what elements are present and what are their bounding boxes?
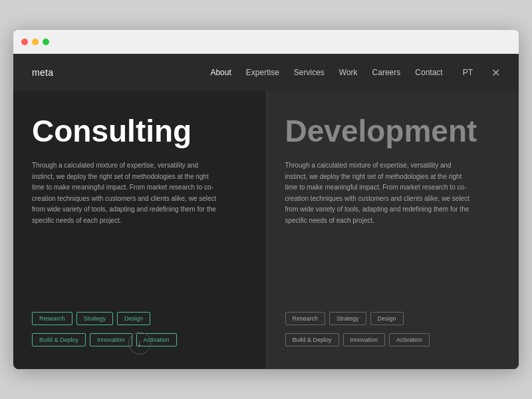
dev-tag-design[interactable]: Design xyxy=(370,312,404,325)
development-tags-row2: Build & Deploy Innovation Activation xyxy=(285,333,430,346)
nav-link-careers[interactable]: Careers xyxy=(372,68,401,77)
development-tags: Research Strategy Design Build & Deploy … xyxy=(285,312,501,350)
scroll-down-icon: ↓ xyxy=(137,338,142,348)
tag-innovation[interactable]: Innovation xyxy=(90,333,132,346)
browser-close-dot[interactable] xyxy=(21,39,28,45)
consulting-panel: Consulting Through a calculated mixture … xyxy=(13,91,267,369)
dev-tag-strategy[interactable]: Strategy xyxy=(329,312,366,325)
nav-links: About Expertise Services Work Careers Co… xyxy=(210,66,500,79)
tag-strategy[interactable]: Strategy xyxy=(76,312,114,325)
development-description: Through a calculated mixture of expertis… xyxy=(285,160,471,226)
development-panel: Development Through a calculated mixture… xyxy=(267,91,519,369)
development-tags-row1: Research Strategy Design xyxy=(285,312,404,325)
nav-link-work[interactable]: Work xyxy=(339,68,358,77)
page-content: meta About Expertise Services Work Caree… xyxy=(13,54,519,369)
main-panels: Consulting Through a calculated mixture … xyxy=(13,91,519,369)
dev-tag-activation[interactable]: Activation xyxy=(389,333,430,346)
nav: meta About Expertise Services Work Caree… xyxy=(13,54,519,91)
browser-expand-dot[interactable] xyxy=(43,39,49,45)
browser-minimize-dot[interactable] xyxy=(32,39,39,45)
development-title: Development xyxy=(285,115,501,147)
nav-link-contact[interactable]: Contact xyxy=(415,68,442,77)
nav-link-services[interactable]: Services xyxy=(294,68,325,77)
tag-design[interactable]: Design xyxy=(117,312,150,325)
dev-tag-innovation[interactable]: Innovation xyxy=(343,333,386,346)
dev-tag-build-deploy[interactable]: Build & Deploy xyxy=(285,333,339,346)
consulting-tags-row2: Build & Deploy Innovation Activation xyxy=(32,333,177,346)
consulting-tags-row1: Research Strategy Design xyxy=(32,312,150,325)
dev-tag-research[interactable]: Research xyxy=(285,312,326,325)
browser-bar xyxy=(13,30,519,54)
tag-build-deploy[interactable]: Build & Deploy xyxy=(32,333,86,346)
tag-research[interactable]: Research xyxy=(32,312,72,325)
nav-logo: meta xyxy=(32,67,53,78)
nav-link-about[interactable]: About xyxy=(210,68,231,77)
consulting-description: Through a calculated mixture of expertis… xyxy=(32,160,218,226)
close-icon[interactable]: ✕ xyxy=(491,66,500,79)
nav-language[interactable]: PT xyxy=(463,68,473,77)
nav-link-expertise[interactable]: Expertise xyxy=(246,68,279,77)
consulting-title: Consulting xyxy=(32,115,247,147)
scroll-down-button[interactable]: ↓ xyxy=(128,332,151,354)
browser-window: meta About Expertise Services Work Caree… xyxy=(13,30,519,369)
